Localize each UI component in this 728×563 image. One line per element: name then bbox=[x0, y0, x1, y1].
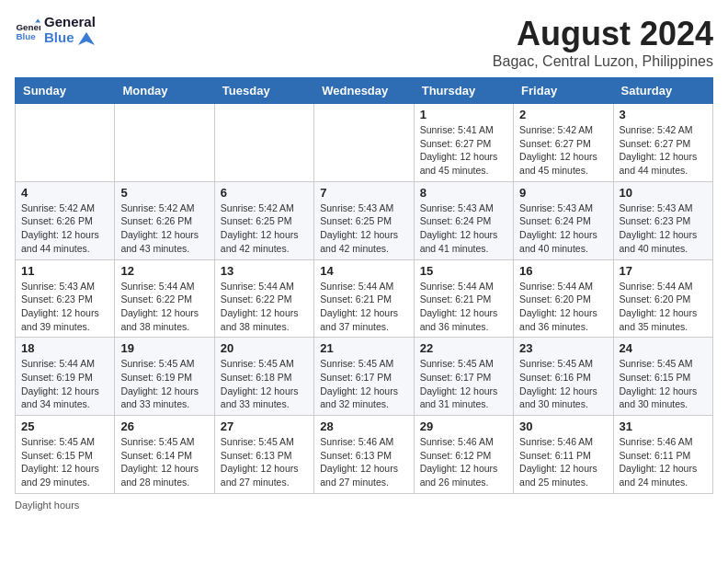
day-cell: 20Sunrise: 5:45 AM Sunset: 6:18 PM Dayli… bbox=[214, 338, 313, 416]
day-number: 3 bbox=[620, 108, 707, 121]
day-info: Sunrise: 5:43 AM Sunset: 6:23 PM Dayligh… bbox=[620, 201, 707, 256]
day-number: 19 bbox=[120, 341, 208, 355]
day-number: 10 bbox=[620, 186, 707, 200]
day-cell: 18Sunrise: 5:44 AM Sunset: 6:19 PM Dayli… bbox=[16, 338, 115, 416]
day-cell: 19Sunrise: 5:45 AM Sunset: 6:19 PM Dayli… bbox=[115, 338, 214, 416]
week-row-2: 4Sunrise: 5:42 AM Sunset: 6:26 PM Daylig… bbox=[16, 181, 713, 259]
day-cell: 24Sunrise: 5:45 AM Sunset: 6:15 PM Dayli… bbox=[613, 338, 712, 416]
day-info: Sunrise: 5:46 AM Sunset: 6:12 PM Dayligh… bbox=[420, 435, 507, 489]
day-number: 26 bbox=[120, 419, 208, 433]
day-info: Sunrise: 5:46 AM Sunset: 6:11 PM Dayligh… bbox=[620, 435, 707, 489]
day-number: 18 bbox=[21, 341, 108, 355]
day-cell: 23Sunrise: 5:45 AM Sunset: 6:16 PM Dayli… bbox=[514, 338, 613, 416]
column-header-wednesday: Wednesday bbox=[314, 78, 414, 104]
logo-bird-icon bbox=[78, 32, 95, 45]
day-cell: 1Sunrise: 5:41 AM Sunset: 6:27 PM Daylig… bbox=[414, 104, 513, 182]
day-cell bbox=[314, 104, 414, 182]
day-info: Sunrise: 5:43 AM Sunset: 6:24 PM Dayligh… bbox=[420, 201, 507, 256]
day-info: Sunrise: 5:45 AM Sunset: 6:15 PM Dayligh… bbox=[620, 357, 707, 411]
day-info: Sunrise: 5:44 AM Sunset: 6:22 PM Dayligh… bbox=[120, 280, 208, 334]
title-area: August 2024 Bagac, Central Luzon, Philip… bbox=[493, 15, 713, 70]
day-cell: 7Sunrise: 5:43 AM Sunset: 6:25 PM Daylig… bbox=[314, 181, 414, 259]
main-title: August 2024 bbox=[493, 15, 713, 53]
day-cell bbox=[115, 104, 214, 182]
day-info: Sunrise: 5:44 AM Sunset: 6:20 PM Dayligh… bbox=[620, 280, 707, 334]
day-cell: 13Sunrise: 5:44 AM Sunset: 6:22 PM Dayli… bbox=[214, 259, 313, 338]
column-header-tuesday: Tuesday bbox=[214, 78, 313, 104]
day-number: 6 bbox=[221, 186, 308, 200]
day-cell: 16Sunrise: 5:44 AM Sunset: 6:20 PM Dayli… bbox=[514, 259, 613, 338]
day-info: Sunrise: 5:44 AM Sunset: 6:21 PM Dayligh… bbox=[320, 280, 407, 334]
logo-blue: Blue bbox=[44, 30, 96, 46]
day-number: 17 bbox=[620, 264, 707, 278]
column-header-thursday: Thursday bbox=[414, 78, 513, 104]
day-number: 28 bbox=[320, 419, 407, 433]
day-info: Sunrise: 5:44 AM Sunset: 6:20 PM Dayligh… bbox=[519, 280, 607, 334]
day-cell: 26Sunrise: 5:45 AM Sunset: 6:14 PM Dayli… bbox=[115, 416, 214, 494]
day-number: 20 bbox=[221, 341, 308, 355]
calendar-table: SundayMondayTuesdayWednesdayThursdayFrid… bbox=[15, 77, 713, 494]
day-cell: 29Sunrise: 5:46 AM Sunset: 6:12 PM Dayli… bbox=[414, 416, 513, 494]
day-cell: 6Sunrise: 5:42 AM Sunset: 6:25 PM Daylig… bbox=[214, 181, 313, 259]
day-info: Sunrise: 5:46 AM Sunset: 6:13 PM Dayligh… bbox=[320, 435, 407, 489]
day-info: Sunrise: 5:42 AM Sunset: 6:26 PM Dayligh… bbox=[21, 201, 108, 256]
day-info: Sunrise: 5:45 AM Sunset: 6:17 PM Dayligh… bbox=[420, 357, 507, 411]
day-info: Sunrise: 5:45 AM Sunset: 6:13 PM Dayligh… bbox=[221, 435, 308, 489]
day-info: Sunrise: 5:45 AM Sunset: 6:18 PM Dayligh… bbox=[221, 357, 308, 411]
svg-text:Blue: Blue bbox=[16, 30, 36, 40]
logo-general: General bbox=[44, 15, 96, 30]
day-cell: 14Sunrise: 5:44 AM Sunset: 6:21 PM Dayli… bbox=[314, 259, 414, 338]
day-info: Sunrise: 5:45 AM Sunset: 6:16 PM Dayligh… bbox=[519, 357, 607, 411]
day-info: Sunrise: 5:45 AM Sunset: 6:15 PM Dayligh… bbox=[21, 435, 108, 489]
day-cell: 4Sunrise: 5:42 AM Sunset: 6:26 PM Daylig… bbox=[16, 181, 115, 259]
logo-icon: General Blue bbox=[15, 17, 40, 43]
day-info: Sunrise: 5:45 AM Sunset: 6:19 PM Dayligh… bbox=[120, 357, 208, 411]
day-info: Sunrise: 5:42 AM Sunset: 6:27 PM Dayligh… bbox=[519, 123, 607, 178]
day-number: 7 bbox=[320, 186, 407, 200]
day-number: 11 bbox=[21, 264, 108, 278]
day-cell: 5Sunrise: 5:42 AM Sunset: 6:26 PM Daylig… bbox=[115, 181, 214, 259]
day-cell: 11Sunrise: 5:43 AM Sunset: 6:23 PM Dayli… bbox=[16, 259, 115, 338]
day-number: 25 bbox=[21, 419, 108, 433]
week-row-3: 11Sunrise: 5:43 AM Sunset: 6:23 PM Dayli… bbox=[16, 259, 713, 338]
day-cell: 22Sunrise: 5:45 AM Sunset: 6:17 PM Dayli… bbox=[414, 338, 513, 416]
day-info: Sunrise: 5:45 AM Sunset: 6:14 PM Dayligh… bbox=[120, 435, 208, 489]
week-row-1: 1Sunrise: 5:41 AM Sunset: 6:27 PM Daylig… bbox=[16, 104, 713, 182]
day-info: Sunrise: 5:42 AM Sunset: 6:26 PM Dayligh… bbox=[120, 201, 208, 256]
day-number: 1 bbox=[420, 108, 507, 121]
day-cell: 15Sunrise: 5:44 AM Sunset: 6:21 PM Dayli… bbox=[414, 259, 513, 338]
day-cell: 31Sunrise: 5:46 AM Sunset: 6:11 PM Dayli… bbox=[613, 416, 712, 494]
day-number: 31 bbox=[620, 419, 707, 433]
column-header-friday: Friday bbox=[514, 78, 613, 104]
day-number: 21 bbox=[320, 341, 407, 355]
day-cell: 9Sunrise: 5:43 AM Sunset: 6:24 PM Daylig… bbox=[514, 181, 613, 259]
day-number: 16 bbox=[519, 264, 607, 278]
day-number: 24 bbox=[620, 341, 707, 355]
day-number: 23 bbox=[519, 341, 607, 355]
day-info: Sunrise: 5:44 AM Sunset: 6:22 PM Dayligh… bbox=[221, 280, 308, 334]
svg-marker-3 bbox=[78, 32, 95, 45]
day-number: 8 bbox=[420, 186, 507, 200]
day-cell: 28Sunrise: 5:46 AM Sunset: 6:13 PM Dayli… bbox=[314, 416, 414, 494]
week-row-5: 25Sunrise: 5:45 AM Sunset: 6:15 PM Dayli… bbox=[16, 416, 713, 494]
day-info: Sunrise: 5:43 AM Sunset: 6:25 PM Dayligh… bbox=[320, 201, 407, 256]
day-info: Sunrise: 5:45 AM Sunset: 6:17 PM Dayligh… bbox=[320, 357, 407, 411]
day-cell: 25Sunrise: 5:45 AM Sunset: 6:15 PM Dayli… bbox=[16, 416, 115, 494]
day-cell: 21Sunrise: 5:45 AM Sunset: 6:17 PM Dayli… bbox=[314, 338, 414, 416]
column-header-sunday: Sunday bbox=[16, 78, 115, 104]
day-cell: 3Sunrise: 5:42 AM Sunset: 6:27 PM Daylig… bbox=[613, 104, 712, 182]
day-number: 9 bbox=[519, 186, 607, 200]
day-info: Sunrise: 5:42 AM Sunset: 6:25 PM Dayligh… bbox=[221, 201, 308, 256]
day-info: Sunrise: 5:44 AM Sunset: 6:21 PM Dayligh… bbox=[420, 280, 507, 334]
day-info: Sunrise: 5:42 AM Sunset: 6:27 PM Dayligh… bbox=[620, 123, 707, 178]
day-number: 15 bbox=[420, 264, 507, 278]
day-cell: 10Sunrise: 5:43 AM Sunset: 6:23 PM Dayli… bbox=[613, 181, 712, 259]
day-info: Sunrise: 5:46 AM Sunset: 6:11 PM Dayligh… bbox=[519, 435, 607, 489]
day-cell: 27Sunrise: 5:45 AM Sunset: 6:13 PM Dayli… bbox=[214, 416, 313, 494]
header: General Blue General Blue August 2024 Ba… bbox=[15, 15, 713, 70]
day-cell: 2Sunrise: 5:42 AM Sunset: 6:27 PM Daylig… bbox=[514, 104, 613, 182]
logo: General Blue General Blue bbox=[15, 15, 96, 45]
column-header-saturday: Saturday bbox=[613, 78, 712, 104]
day-number: 4 bbox=[21, 186, 108, 200]
svg-marker-2 bbox=[35, 18, 40, 22]
